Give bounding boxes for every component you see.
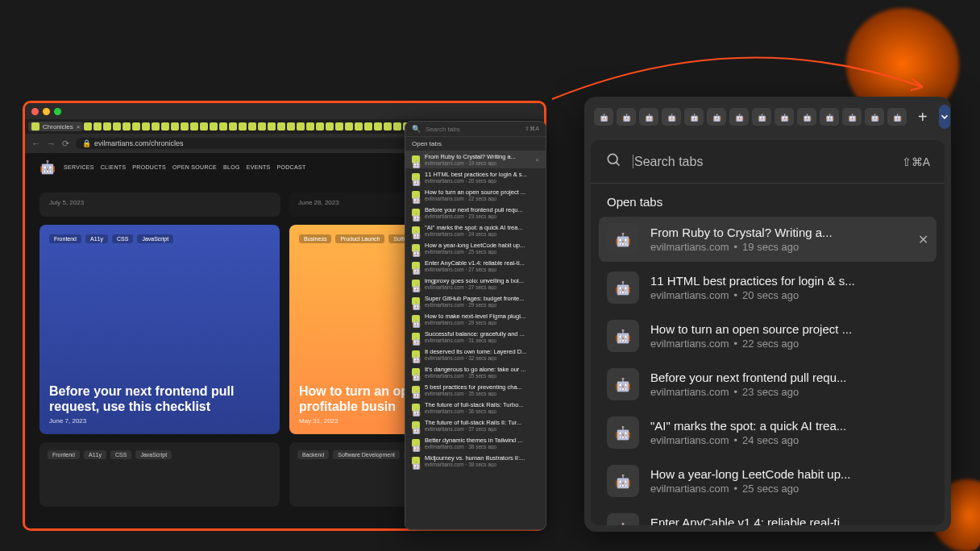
tab-favicon[interactable]: [865, 108, 884, 126]
tab-result-item[interactable]: How to turn an open source project ... e…: [599, 313, 936, 358]
tab-favicon[interactable]: [326, 122, 334, 130]
tab-result-item[interactable]: Before your next frontend pull requ... e…: [599, 362, 936, 407]
tab-favicon[interactable]: [239, 122, 247, 130]
tab-favicon[interactable]: [210, 122, 218, 130]
blog-card[interactable]: FrontendA11yCSSJavaScript: [39, 442, 280, 507]
tab-result-item[interactable]: Successful balance: gracefully and ... e…: [405, 328, 546, 346]
tab-result-item[interactable]: How to turn an open source project ... e…: [405, 186, 546, 204]
tab-result-item[interactable]: 11 HTML best practices for login & s... …: [405, 168, 546, 186]
tab-favicon[interactable]: [132, 122, 140, 130]
tab-favicon[interactable]: [306, 122, 314, 130]
tag-badge[interactable]: Business: [299, 234, 331, 243]
tab-favicon[interactable]: [268, 122, 276, 130]
new-tab-button[interactable]: +: [910, 108, 936, 126]
tab-result-item[interactable]: "AI" marks the spot: a quick AI trea... …: [599, 410, 936, 455]
tab-favicon[interactable]: [393, 122, 401, 130]
tab-favicon[interactable]: [774, 108, 794, 126]
nav-link[interactable]: OPEN SOURCE: [172, 164, 217, 170]
nav-link[interactable]: PODCAST: [277, 164, 306, 170]
close-icon[interactable]: ✕: [918, 232, 928, 247]
window-controls[interactable]: [31, 108, 61, 115]
site-logo-icon[interactable]: [39, 160, 56, 175]
tab-favicon[interactable]: [335, 122, 343, 130]
search-input[interactable]: Search tabs: [633, 155, 891, 169]
tab-favicon[interactable]: [374, 122, 382, 130]
tag-badge[interactable]: JavaScript: [135, 450, 172, 459]
maximize-window[interactable]: [54, 108, 61, 115]
tab-favicon[interactable]: [684, 108, 704, 126]
tag-badge[interactable]: Backend: [297, 450, 329, 459]
close-tab-icon[interactable]: ×: [77, 123, 81, 130]
tab-result-item[interactable]: The future of full-stack Rails II: Tur..…: [405, 416, 546, 434]
nav-link[interactable]: BLOG: [223, 164, 240, 170]
tab-result-item[interactable]: How a year-long LeetCode habit up... evi…: [405, 239, 546, 257]
nav-link[interactable]: SERVICES: [64, 164, 94, 170]
reload-button[interactable]: ⟳: [62, 139, 69, 149]
tab-favicon[interactable]: [171, 122, 179, 130]
tab-result-item[interactable]: Before your next frontend pull requ... e…: [405, 204, 546, 222]
active-tab[interactable]: Chronicles ×: [28, 122, 83, 131]
tab-result-item[interactable]: How a year-long LeetCode habit up... evi…: [599, 458, 936, 503]
tab-favicon[interactable]: [662, 108, 681, 126]
tab-favicon[interactable]: [84, 122, 92, 130]
back-button[interactable]: ←: [31, 139, 40, 148]
tab-favicon[interactable]: [707, 108, 726, 126]
tabs-dropdown-button[interactable]: [939, 105, 950, 129]
tab-favicon[interactable]: [152, 122, 160, 130]
tab-favicon[interactable]: [287, 122, 295, 130]
search-input[interactable]: [426, 126, 520, 133]
blog-card[interactable]: July 5, 2023: [39, 193, 280, 217]
tab-favicon[interactable]: [200, 122, 208, 130]
tag-badge[interactable]: CSS: [112, 234, 133, 243]
tag-badge[interactable]: Software Development: [333, 450, 400, 459]
tab-favicon[interactable]: [122, 122, 131, 130]
tab-result-item[interactable]: Enter AnyCable v1.4: reliable real-ti...…: [599, 507, 936, 525]
tab-favicon[interactable]: [277, 122, 285, 130]
tab-favicon[interactable]: [797, 108, 816, 126]
tab-favicon[interactable]: [316, 122, 324, 130]
nav-link[interactable]: EVENTS: [247, 164, 271, 170]
tag-badge[interactable]: Frontend: [49, 234, 81, 243]
tab-favicon[interactable]: [181, 122, 189, 130]
tab-favicon[interactable]: [229, 122, 237, 130]
forward-button[interactable]: →: [47, 139, 56, 148]
featured-card[interactable]: FrontendA11yCSSJavaScript Before your ne…: [39, 225, 280, 434]
tab-result-item[interactable]: 5 best practices for preventing cha... e…: [405, 381, 546, 399]
tab-favicon[interactable]: [113, 122, 121, 130]
tab-result-item[interactable]: How to make next-level Figma plugi... ev…: [405, 310, 546, 328]
tab-result-item[interactable]: It deserved its own tome: Layered D... e…: [405, 346, 546, 363]
tab-result-item[interactable]: imgproxy goes solo: unveiling a bol... e…: [405, 275, 546, 292]
tab-result-item[interactable]: It's dangerous to go alone: take our ...…: [405, 363, 546, 381]
nav-link[interactable]: PRODUCTS: [132, 164, 166, 170]
tab-favicon[interactable]: [355, 122, 363, 130]
tab-favicon[interactable]: [842, 108, 862, 126]
tab-favicon[interactable]: [364, 122, 372, 130]
tab-result-item[interactable]: "AI" marks the spot: a quick AI trea... …: [405, 222, 546, 239]
tab-favicon[interactable]: [729, 108, 749, 126]
tab-favicon[interactable]: [384, 122, 392, 130]
tab-favicon[interactable]: [752, 108, 771, 126]
tab-favicon[interactable]: [93, 122, 102, 130]
tab-favicon[interactable]: [190, 122, 198, 130]
tab-favicon[interactable]: [248, 122, 256, 130]
tab-result-item[interactable]: The future of full-stack Rails: Turbo...…: [405, 399, 546, 416]
close-icon[interactable]: ×: [535, 156, 539, 164]
tag-badge[interactable]: A11y: [85, 234, 108, 243]
tab-result-item[interactable]: Super GitHub Pages: budget fronte... evi…: [405, 292, 546, 310]
tab-result-item[interactable]: 11 HTML best practices for login & s... …: [599, 265, 936, 310]
tag-badge[interactable]: Frontend: [48, 450, 80, 459]
tag-badge[interactable]: JavaScript: [137, 234, 173, 243]
tab-result-item[interactable]: Midjourney vs. human illustrators II:...…: [405, 452, 546, 470]
tab-result-item[interactable]: From Ruby to Crystal? Writing a... evilm…: [405, 151, 546, 168]
tab-favicon[interactable]: [639, 108, 658, 126]
tab-result-item[interactable]: Better dynamic themes in Tailwind ... ev…: [405, 434, 546, 452]
minimize-window[interactable]: [43, 108, 50, 115]
tag-badge[interactable]: A11y: [84, 450, 106, 459]
nav-link[interactable]: CLIENTS: [101, 164, 127, 170]
tab-favicon[interactable]: [103, 122, 111, 130]
tab-result-item[interactable]: From Ruby to Crystal? Writing a... evilm…: [599, 217, 936, 262]
tab-favicon[interactable]: [345, 122, 353, 130]
tab-result-item[interactable]: Enter AnyCable v1.4: reliable real-ti...…: [405, 257, 546, 275]
tab-favicon[interactable]: [594, 108, 613, 126]
tag-badge[interactable]: Product Launch: [335, 234, 384, 243]
